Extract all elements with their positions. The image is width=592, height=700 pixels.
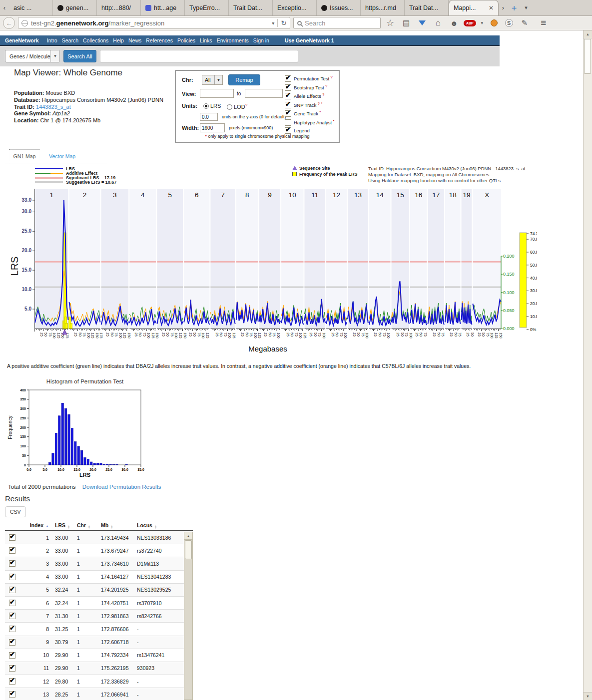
browser-tab[interactable]: Trait Dat...	[229, 0, 273, 15]
page-scroll-down-icon[interactable]: ▼	[584, 692, 592, 700]
nav-item-help[interactable]: Help	[113, 37, 124, 43]
download-permutation-link[interactable]: Download Permutation Results	[82, 484, 161, 490]
trait-id-link[interactable]: 1443823_s_at	[36, 104, 71, 110]
page-scrollbar[interactable]: ▲ ▼	[583, 30, 592, 700]
browser-tab[interactable]: Trait Dat...	[405, 0, 449, 15]
chromosome-band-14[interactable]	[369, 189, 391, 329]
all-tabs-icon[interactable]: ▾	[521, 0, 532, 15]
search-category-select[interactable]: Genes / Molecules ▼	[5, 50, 60, 62]
chromosome-band-10[interactable]	[281, 189, 303, 329]
site-search-input[interactable]	[100, 50, 298, 62]
menu-icon[interactable]: ≡	[537, 17, 550, 28]
row-checkbox[interactable]	[9, 639, 15, 646]
row-checkbox[interactable]	[9, 534, 15, 541]
adblock-icon[interactable]: ABP	[464, 20, 476, 26]
scroll-up-icon[interactable]: ▲	[184, 532, 192, 540]
chromosome-band-12[interactable]	[326, 189, 347, 329]
page-scroll-up-icon[interactable]: ▲	[584, 30, 592, 38]
browser-tab[interactable]: genen...	[53, 0, 97, 15]
remap-button[interactable]: Remap	[228, 74, 260, 85]
nav-item-links[interactable]: Links	[200, 37, 212, 43]
browser-tab[interactable]: Exceptio...	[273, 0, 317, 15]
chromosome-band-2[interactable]	[69, 189, 100, 329]
reload-icon[interactable]: ↻	[281, 19, 287, 27]
chr-select[interactable]: All ▼	[202, 75, 223, 85]
units-lrs-radio[interactable]: LRS	[203, 103, 221, 109]
use-genenetwork1-link[interactable]: Use GeneNetwork 1	[285, 37, 334, 43]
browser-tab[interactable]: https...r.md	[361, 0, 405, 15]
nav-item-news[interactable]: News	[128, 37, 141, 43]
row-checkbox[interactable]	[9, 613, 15, 619]
browser-tab[interactable]: asic ...	[9, 0, 53, 15]
site-brand[interactable]: GeneNetwork	[5, 37, 39, 43]
view-to-input[interactable]	[245, 89, 283, 98]
tab-close-icon[interactable]: ✕	[489, 4, 494, 11]
edit-icon[interactable]: ✎	[518, 18, 531, 27]
nav-item-policies[interactable]: Policies	[177, 37, 195, 43]
row-checkbox[interactable]	[9, 587, 15, 593]
nav-item-sign-in[interactable]: Sign in	[253, 37, 269, 43]
chromosome-band-X[interactable]	[473, 189, 501, 329]
tab-vector-map[interactable]: Vector Map	[49, 149, 75, 163]
row-checkbox[interactable]	[9, 626, 15, 632]
checkbox-gene-track[interactable]: Gene Track *	[285, 110, 321, 117]
checkbox-legend[interactable]: Legend	[285, 127, 310, 134]
chromosome-band-18[interactable]	[445, 189, 461, 329]
browser-tab[interactable]: htt...age	[141, 0, 185, 15]
csv-button[interactable]: CSV	[5, 506, 26, 517]
chromosome-band-5[interactable]	[157, 189, 183, 329]
chromosome-band-17[interactable]	[428, 189, 444, 329]
table-scrollbar-thumb[interactable]	[185, 540, 192, 559]
proxy-icon[interactable]	[491, 19, 498, 26]
checked-checkbox-icon[interactable]	[285, 93, 291, 99]
checked-checkbox-icon[interactable]	[285, 102, 291, 108]
column-header-chr[interactable]: Chr▲▼	[77, 522, 101, 529]
units-lod-radio[interactable]: LOD?	[227, 103, 247, 110]
checkbox-permutation-test[interactable]: Permutation Test ?	[285, 75, 333, 82]
row-checkbox[interactable]	[9, 574, 15, 580]
nav-item-intro[interactable]: Intro	[47, 37, 57, 43]
yaxis-units-input[interactable]	[200, 113, 218, 121]
adblock-caret-icon[interactable]: ▾	[479, 20, 485, 25]
url-bar[interactable]: test-gn2.genenetwork.org/marker_regressi…	[18, 17, 290, 29]
s-extension-icon[interactable]: S	[505, 19, 513, 27]
row-checkbox[interactable]	[9, 560, 15, 567]
row-checkbox[interactable]	[9, 678, 15, 685]
row-checkbox[interactable]	[9, 665, 15, 672]
search-all-button[interactable]: Search All	[63, 50, 96, 62]
tab-scroll-right-icon[interactable]: ›	[499, 0, 508, 15]
nav-item-search[interactable]: Search	[62, 37, 78, 43]
checkbox-snp-track[interactable]: SNP Track ? *	[285, 101, 322, 108]
chromosome-band-7[interactable]	[210, 189, 235, 329]
bookmarks-icon[interactable]: ▤	[400, 18, 413, 27]
checkbox-haplotype-analyst[interactable]: Haplotype Analyst *	[285, 119, 334, 126]
checkbox-bootstrap-test[interactable]: Bootstrap Test ?	[285, 84, 327, 91]
browser-tab[interactable]: TypeErro...	[185, 0, 229, 15]
row-checkbox[interactable]	[9, 691, 15, 698]
nav-item-collections[interactable]: Collections	[83, 37, 108, 43]
chromosome-band-6[interactable]	[184, 189, 209, 329]
star-icon[interactable]: ☆	[384, 17, 397, 28]
feedback-icon[interactable]: ☻	[448, 19, 461, 27]
page-scrollbar-thumb[interactable]	[584, 39, 591, 74]
browser-search-field[interactable]: Search	[293, 17, 381, 29]
column-header-lrs[interactable]: LRS▲▼	[55, 522, 77, 529]
checked-checkbox-icon[interactable]	[285, 84, 291, 91]
nav-item-references[interactable]: References	[146, 37, 173, 43]
column-header-index[interactable]: Index▲	[27, 522, 55, 528]
column-header-mb[interactable]: Mb▲▼	[101, 522, 137, 529]
chromosome-band-15[interactable]	[392, 189, 409, 329]
column-header-locus[interactable]: Locus▲▼	[137, 522, 184, 529]
browser-tab[interactable]: Mappi...✕	[449, 0, 499, 15]
chromosome-band-9[interactable]	[259, 189, 280, 329]
unchecked-checkbox-icon[interactable]	[285, 119, 291, 126]
chromosome-band-13[interactable]	[348, 189, 368, 329]
back-button[interactable]: ←	[3, 17, 15, 29]
chromosome-band-8[interactable]	[236, 189, 258, 329]
chromosome-band-3[interactable]	[101, 189, 129, 329]
checked-checkbox-icon[interactable]	[285, 75, 291, 82]
row-checkbox[interactable]	[9, 600, 15, 606]
width-input[interactable]	[200, 123, 225, 132]
tab-scroll-left-icon[interactable]: ‹	[0, 0, 9, 15]
chromosome-band-16[interactable]	[410, 189, 427, 329]
